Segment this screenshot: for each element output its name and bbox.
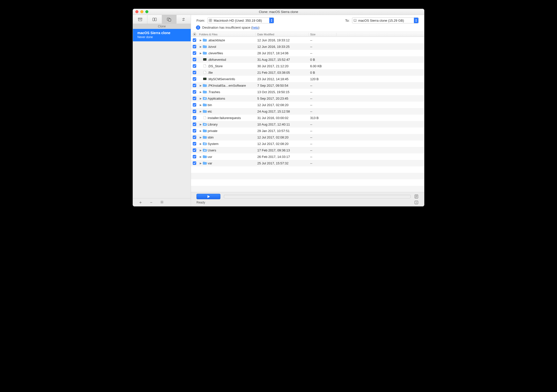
to-volume-popup[interactable]: macOS Sierra clone (15.29 GB) ▲▼ xyxy=(352,17,419,23)
row-checkbox[interactable] xyxy=(193,45,196,48)
sidebar-section-heading: Clone xyxy=(133,24,191,29)
table-row[interactable]: ▶.cleverfiles28 Jul 2017, 18:14:06-- xyxy=(191,50,424,56)
row-checkbox[interactable] xyxy=(193,155,196,158)
sidebar-tab-archive[interactable] xyxy=(133,15,147,24)
row-size: -- xyxy=(309,97,337,100)
disclosure-triangle-icon[interactable]: ▶ xyxy=(199,136,202,139)
disclosure-triangle-icon[interactable]: ▶ xyxy=(199,39,202,42)
remove-task-button[interactable]: － xyxy=(149,200,153,204)
gear-icon xyxy=(160,200,164,204)
disclosure-triangle-icon[interactable]: ▶ xyxy=(199,142,202,145)
table-row[interactable]: .DS_Store30 Jul 2017, 21:12:206.00 KB xyxy=(191,63,424,69)
app-window: Clone: macOS Sierra clone Clone xyxy=(133,9,424,206)
row-checkbox[interactable] xyxy=(193,123,196,126)
row-filename: .DS_Store xyxy=(208,64,223,68)
row-checkbox[interactable] xyxy=(193,103,196,107)
window-close-button[interactable] xyxy=(135,10,138,13)
table-row[interactable]: ▶.PKInstallSa…emSoftware7 Sep 2017, 09:5… xyxy=(191,82,424,89)
table-row[interactable]: ▶sbin12 Jul 2017, 02:08:20-- xyxy=(191,134,424,140)
row-checkbox[interactable] xyxy=(193,71,196,74)
row-date: 12 Jun 2016, 19:33:25 xyxy=(256,45,309,49)
log-icon[interactable] xyxy=(414,194,419,199)
alert-icon[interactable] xyxy=(414,200,419,205)
svg-point-18 xyxy=(210,20,211,21)
target-scope-icon[interactable] xyxy=(193,33,196,36)
disclosure-triangle-icon[interactable]: ▶ xyxy=(199,52,202,55)
window-minimize-button[interactable] xyxy=(140,10,143,13)
table-row[interactable]: ▶Library10 Aug 2017, 12:40:11-- xyxy=(191,121,424,128)
row-checkbox[interactable] xyxy=(193,58,196,61)
table-row[interactable]: ▶etc24 Aug 2017, 15:12:58-- xyxy=(191,108,424,115)
table-row[interactable]: ▶.Trashes13 Oct 2015, 19:50:15-- xyxy=(191,89,424,95)
svg-text:exec: exec xyxy=(204,78,206,79)
table-row[interactable]: exec.dbfseventsd31 Aug 2017, 15:52:470 B xyxy=(191,56,424,63)
file-list[interactable]: ▶.abackblaze12 Jun 2016, 19:33:12--▶.bzv… xyxy=(191,37,424,192)
row-checkbox[interactable] xyxy=(193,97,196,100)
folder-icon xyxy=(203,97,207,100)
row-checkbox[interactable] xyxy=(193,64,196,68)
disclosure-triangle-icon[interactable]: ▶ xyxy=(199,91,202,93)
row-checkbox[interactable] xyxy=(193,38,196,42)
row-checkbox[interactable] xyxy=(193,161,196,165)
disclosure-triangle-icon[interactable]: ▶ xyxy=(199,84,202,87)
disclosure-triangle-icon[interactable]: ▶ xyxy=(199,97,202,100)
column-header-date[interactable]: Date Modified xyxy=(256,33,309,36)
info-help-link[interactable]: help xyxy=(252,26,259,29)
start-clone-button[interactable] xyxy=(196,194,220,199)
volume-selectors: From: Macintosh HD (Used: 350.19 GB) ▲▼ … xyxy=(191,15,424,23)
svg-rect-27 xyxy=(204,143,206,144)
sidebar-task-item[interactable]: macOS Sierra clone Never done xyxy=(133,29,191,41)
svg-rect-26 xyxy=(204,124,206,125)
sidebar-tab-volumes[interactable] xyxy=(147,15,162,24)
row-filename: .file xyxy=(208,71,213,74)
table-row[interactable]: ▶.bzvol12 Jun 2016, 19:33:25-- xyxy=(191,43,424,50)
add-task-button[interactable]: ＋ xyxy=(138,200,143,204)
sidebar-tab-clone[interactable] xyxy=(162,15,177,24)
sidebar-tab-sync[interactable] xyxy=(177,15,191,24)
row-checkbox[interactable] xyxy=(193,90,196,94)
row-checkbox[interactable] xyxy=(193,148,196,152)
row-checkbox[interactable] xyxy=(193,51,196,55)
info-badge-icon: ! xyxy=(196,25,200,30)
table-row[interactable]: ▶System12 Jul 2017, 02:08:20-- xyxy=(191,140,424,147)
row-checkbox[interactable] xyxy=(193,142,196,145)
table-row[interactable]: ▶var25 Jul 2017, 15:57:32-- xyxy=(191,160,424,166)
table-row[interactable]: exec.MySCMServerInfo23 Jul 2012, 14:18:4… xyxy=(191,76,424,82)
settings-button[interactable] xyxy=(160,200,164,205)
column-header-name[interactable]: Folders & Files xyxy=(198,33,256,36)
disclosure-triangle-icon[interactable]: ▶ xyxy=(199,123,202,126)
column-header-size[interactable]: Size xyxy=(309,33,337,36)
from-volume-popup[interactable]: Macintosh HD (Used: 350.19 GB) ▲▼ xyxy=(207,17,274,23)
folder-icon xyxy=(203,90,207,94)
table-row[interactable]: ▶.abackblaze12 Jun 2016, 19:33:12-- xyxy=(191,37,424,43)
row-checkbox[interactable] xyxy=(193,77,196,81)
table-row[interactable]: .file21 Feb 2017, 03:38:050 B xyxy=(191,69,424,76)
disclosure-triangle-icon[interactable]: ▶ xyxy=(199,110,202,113)
disclosure-triangle-icon[interactable]: ▶ xyxy=(199,155,202,158)
svg-point-36 xyxy=(416,203,417,203)
table-row-empty xyxy=(191,186,424,192)
svg-text:exec: exec xyxy=(204,59,206,60)
row-checkbox[interactable] xyxy=(193,84,196,87)
row-checkbox[interactable] xyxy=(193,116,196,120)
disclosure-triangle-icon[interactable]: ▶ xyxy=(199,130,202,132)
disclosure-triangle-icon[interactable]: ▶ xyxy=(199,45,202,48)
disclosure-triangle-icon[interactable]: ▶ xyxy=(199,162,202,165)
table-row[interactable]: ▶Applications5 Sep 2017, 20:23:45-- xyxy=(191,95,424,102)
disclosure-triangle-icon[interactable]: ▶ xyxy=(199,104,202,106)
drive-pair-icon xyxy=(152,17,157,22)
row-size: -- xyxy=(309,38,337,42)
row-checkbox[interactable] xyxy=(193,135,196,139)
row-checkbox[interactable] xyxy=(193,129,196,132)
table-row[interactable]: ▶private29 Jan 2017, 10:57:51-- xyxy=(191,128,424,134)
table-row[interactable]: ▶usr26 Feb 2017, 14:33:17-- xyxy=(191,153,424,160)
row-checkbox[interactable] xyxy=(193,110,196,113)
window-zoom-button[interactable] xyxy=(145,10,148,13)
svg-rect-19 xyxy=(354,19,356,22)
table-row[interactable]: ▶Users17 Feb 2017, 09:36:13-- xyxy=(191,147,424,153)
table-row[interactable]: installer.failurerequests31 Jul 2016, 03… xyxy=(191,115,424,121)
table-row[interactable]: ▶bin12 Jul 2017, 02:08:20-- xyxy=(191,102,424,108)
traffic-lights xyxy=(135,10,148,13)
to-volume-value: macOS Sierra clone (15.29 GB) xyxy=(358,19,406,22)
disclosure-triangle-icon[interactable]: ▶ xyxy=(199,149,202,152)
